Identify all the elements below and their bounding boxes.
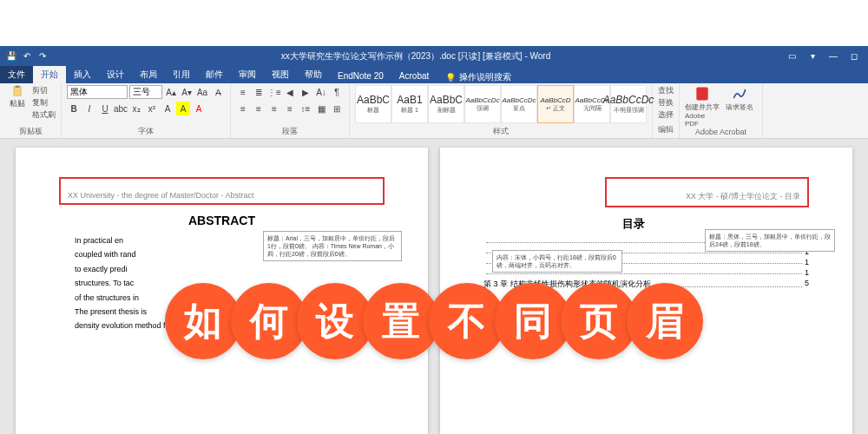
overlay-char: 不 — [429, 283, 505, 359]
group-adobe: 创建并共享 Adobe PDF 请求签名 Adobe Acrobat — [680, 83, 763, 138]
tell-me-search[interactable]: 💡 操作说明搜索 — [445, 71, 511, 83]
page-header-left: XX University - the degree of Master/Doc… — [68, 191, 376, 200]
sign-icon — [731, 85, 748, 102]
request-sign-button[interactable]: 请求签名 — [722, 85, 757, 112]
shading-button[interactable]: ▦ — [314, 102, 328, 115]
font-color-button[interactable]: A — [192, 102, 206, 115]
cut-button[interactable]: 剪切 — [32, 85, 56, 96]
justify-button[interactable]: ≡ — [283, 102, 297, 115]
show-marks-button[interactable]: ¶ — [330, 85, 344, 99]
create-pdf-button[interactable]: 创建并共享 Adobe PDF — [685, 85, 720, 128]
font-size-select[interactable]: 三号 — [129, 85, 162, 99]
pdf-icon — [694, 85, 711, 102]
multilevel-button[interactable]: ⋮≡ — [267, 85, 281, 99]
ribbon: 粘贴 剪切 复制 格式刷 剪贴板 黑体 三号 A▴ A▾ Aa A̶ B I U — [0, 83, 868, 139]
callout-toc-title-format: 标题：黑体，三号，加粗居中，单倍行距，段后24磅，段前18磅。 — [705, 229, 835, 252]
tab-file[interactable]: 文件 — [0, 66, 33, 83]
subscript-button[interactable]: x₂ — [129, 102, 143, 115]
overlay-char: 置 — [363, 283, 439, 359]
bold-button[interactable]: B — [67, 102, 81, 115]
style-item[interactable]: AaBbCcDc要点 — [501, 85, 537, 123]
title-bar: 💾 ↶ ↷ xx大学研究生学位论文写作示例（2023）.doc [只读] [兼容… — [0, 46, 868, 66]
tab-review[interactable]: 审阅 — [231, 66, 264, 83]
tab-design[interactable]: 设计 — [99, 66, 132, 83]
maximize-icon[interactable]: ◻ — [845, 49, 863, 63]
callout-abstract-format: 标题：Arial，三号，加粗居中，单倍行距，段后1行，段前0磅。 内容：Time… — [263, 231, 402, 261]
callout-toc-body-format: 内容：宋体，小四号，行距18磅，段前段后0磅，两端对齐，页码右对齐。 — [492, 250, 622, 273]
overlay-char: 何 — [231, 283, 307, 359]
minimize-icon[interactable]: — — [825, 49, 842, 63]
tab-view[interactable]: 视图 — [264, 66, 297, 83]
window-title: xx大学研究生学位论文写作示例（2023）.doc [只读] [兼容模式] - … — [49, 50, 783, 62]
ribbon-options-icon[interactable]: ▾ — [804, 49, 821, 63]
style-item[interactable]: AaBbC标题 — [355, 85, 391, 123]
style-item[interactable]: AaBbCcDc强调 — [464, 85, 501, 123]
abstract-title: ABSTRACT — [59, 214, 385, 227]
account-icon[interactable]: ▭ — [783, 49, 800, 63]
undo-icon[interactable]: ↶ — [21, 50, 33, 62]
tab-help[interactable]: 帮助 — [297, 66, 330, 83]
tab-insert[interactable]: 插入 — [66, 66, 99, 83]
style-item[interactable]: AaBbC副标题 — [428, 85, 464, 123]
superscript-button[interactable]: x² — [145, 102, 159, 115]
text-effects-button[interactable]: A — [161, 102, 174, 115]
replace-button[interactable]: 替换 — [658, 97, 674, 108]
tab-acrobat[interactable]: Acrobat — [391, 69, 437, 83]
group-clipboard: 粘贴 剪切 复制 格式刷 剪贴板 — [0, 83, 62, 138]
lightbulb-icon: 💡 — [445, 73, 456, 82]
save-icon[interactable]: 💾 — [5, 50, 17, 62]
overlay-char: 页 — [561, 283, 637, 359]
align-center-button[interactable]: ≡ — [252, 102, 266, 115]
paste-icon — [11, 85, 23, 97]
find-button[interactable]: 查找 — [658, 85, 674, 96]
overlay-char: 眉 — [627, 283, 703, 359]
bullets-button[interactable]: ≡ — [236, 85, 250, 99]
page-header-right: XX 大学 - 硕/博士学位论文 - 目录 — [614, 191, 800, 202]
style-item[interactable]: AaBbCcD↵ 正文 — [537, 85, 574, 123]
shrink-font-button[interactable]: A▾ — [180, 85, 194, 99]
group-font: 黑体 三号 A▴ A▾ Aa A̶ B I U abc x₂ x² A A A … — [62, 83, 231, 138]
style-item[interactable]: AaBbCcDc不明显强调 — [610, 85, 647, 123]
group-editing: 查找 替换 选择 编辑 — [653, 83, 680, 138]
tab-home[interactable]: 开始 — [33, 66, 66, 83]
align-left-button[interactable]: ≡ — [236, 102, 250, 115]
svg-rect-0 — [14, 87, 21, 96]
tab-endnote[interactable]: EndNote 20 — [330, 69, 391, 83]
overlay-char: 设 — [297, 283, 373, 359]
italic-button[interactable]: I — [82, 102, 96, 115]
svg-rect-1 — [16, 86, 20, 88]
font-name-select[interactable]: 黑体 — [67, 85, 128, 99]
svg-rect-2 — [696, 88, 707, 101]
tab-mailings[interactable]: 邮件 — [198, 66, 231, 83]
grow-font-button[interactable]: A▴ — [164, 85, 178, 99]
decrease-indent-button[interactable]: ◀ — [283, 85, 297, 99]
group-paragraph: ≡ ≣ ⋮≡ ◀ ▶ A↓ ¶ ≡ ≡ ≡ ≡ ↕≡ ▦ ⊞ 段落 — [231, 83, 350, 138]
select-button[interactable]: 选择 — [658, 109, 674, 121]
align-right-button[interactable]: ≡ — [267, 102, 281, 115]
line-spacing-button[interactable]: ↕≡ — [299, 102, 312, 115]
change-case-button[interactable]: Aa — [195, 85, 209, 99]
group-styles: AaBbC标题AaB1标题 1AaBbC副标题AaBbCcDc强调AaBbCcD… — [350, 83, 653, 138]
strikethrough-button[interactable]: abc — [114, 102, 128, 115]
underline-button[interactable]: U — [98, 102, 112, 115]
format-painter-button[interactable]: 格式刷 — [32, 109, 56, 121]
sort-button[interactable]: A↓ — [314, 85, 328, 99]
copy-button[interactable]: 复制 — [32, 97, 56, 108]
ribbon-tabs: 文件 开始 插入 设计 布局 引用 邮件 审阅 视图 帮助 EndNote 20… — [0, 66, 868, 83]
tutorial-overlay: 如何设置不同页眉 — [0, 283, 868, 359]
numbering-button[interactable]: ≣ — [252, 85, 266, 99]
tab-references[interactable]: 引用 — [165, 66, 198, 83]
increase-indent-button[interactable]: ▶ — [299, 85, 312, 99]
overlay-char: 同 — [495, 283, 571, 359]
header-highlight-right: XX 大学 - 硕/博士学位论文 - 目录 — [605, 177, 809, 207]
tab-layout[interactable]: 布局 — [132, 66, 165, 83]
borders-button[interactable]: ⊞ — [330, 102, 344, 115]
style-item[interactable]: AaB1标题 1 — [391, 85, 428, 123]
header-highlight-left: XX University - the degree of Master/Doc… — [59, 177, 385, 205]
paste-button[interactable]: 粘贴 — [5, 85, 30, 109]
highlight-button[interactable]: A — [176, 102, 190, 115]
clear-format-button[interactable]: A̶ — [211, 85, 225, 99]
overlay-char: 如 — [165, 283, 241, 359]
redo-icon[interactable]: ↷ — [36, 50, 49, 62]
